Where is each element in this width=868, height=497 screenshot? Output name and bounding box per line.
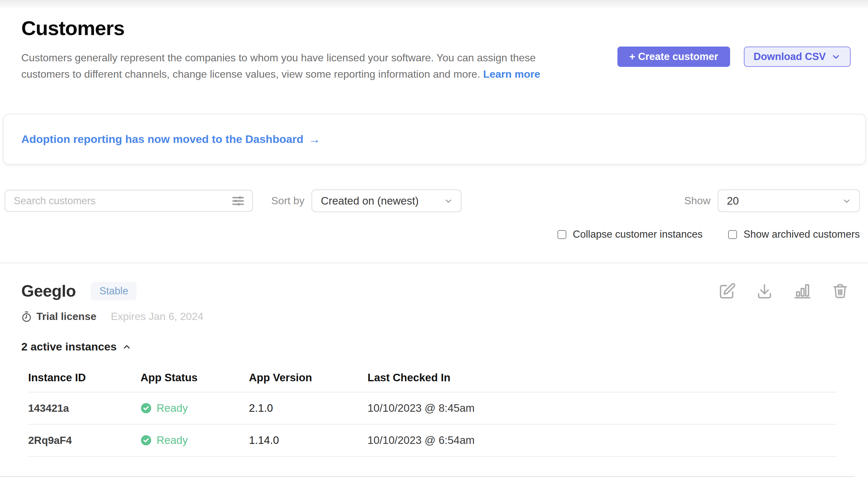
instances-toggle[interactable]: 2 active instances [21, 340, 868, 353]
instance-id-cell: 2Rq9aF4 [28, 435, 141, 446]
header-actions: + Create customer Download CSV [617, 46, 851, 67]
show-label: Show [684, 195, 710, 207]
chevron-down-icon [444, 196, 453, 205]
show-archived-checkbox[interactable] [728, 230, 737, 239]
instances-table: Instance ID App Status App Version Last … [28, 371, 837, 457]
col-header-last-checked-in: Last Checked In [368, 371, 837, 384]
stopwatch-icon [21, 311, 32, 322]
table-row[interactable]: 2Rq9aF4 Ready 1.14.0 10/10/2023 @ 6:54am [28, 425, 837, 457]
bottom-divider [0, 476, 854, 477]
bar-chart-icon[interactable] [793, 282, 812, 300]
banner-text: Adoption reporting has now moved to the … [21, 133, 303, 145]
customer-actions [718, 282, 849, 300]
instances-toggle-label: 2 active instances [21, 340, 117, 353]
instances-table-header: Instance ID App Status App Version Last … [28, 371, 837, 393]
col-header-app-status: App Status [141, 371, 249, 384]
collapse-instances-label: Collapse customer instances [573, 228, 703, 240]
show-count-select[interactable]: 20 [718, 189, 860, 212]
sort-by-select[interactable]: Created on (newest) [311, 189, 461, 212]
search-box [4, 190, 253, 212]
last-checked-in-cell: 10/10/2023 @ 6:54am [368, 434, 837, 446]
col-header-app-version: App Version [249, 371, 368, 384]
show-count-value: 20 [727, 195, 739, 207]
app-version-cell: 2.1.0 [249, 402, 368, 414]
app-status-label: Ready [157, 402, 188, 414]
instance-id-cell: 143421a [28, 402, 141, 414]
download-csv-button[interactable]: Download CSV [744, 46, 851, 67]
chevron-up-icon [122, 342, 132, 352]
page-title: Customers [21, 16, 545, 40]
section-divider [0, 262, 868, 263]
app-status-cell: Ready [141, 434, 249, 446]
check-circle-icon [141, 435, 152, 446]
last-checked-in-cell: 10/10/2023 @ 8:45am [368, 402, 837, 414]
table-row[interactable]: 143421a Ready 2.1.0 10/10/2023 @ 8:45am [28, 393, 837, 425]
learn-more-link[interactable]: Learn more [483, 68, 540, 80]
collapse-instances-checkbox[interactable] [558, 230, 566, 239]
collapse-instances-option[interactable]: Collapse customer instances [558, 228, 703, 240]
chevron-down-icon [831, 52, 841, 62]
show-archived-option[interactable]: Show archived customers [728, 228, 860, 240]
customer-header: Geeglo Stable [21, 282, 868, 301]
customer-name[interactable]: Geeglo [21, 282, 76, 301]
page-header: Customers Customers generally represent … [0, 0, 868, 82]
app-status-label: Ready [157, 434, 188, 446]
license-expiry: Expires Jan 6, 2024 [111, 311, 203, 323]
adoption-reporting-banner[interactable]: Adoption reporting has now moved to the … [3, 114, 866, 165]
header-text-block: Customers Customers generally represent … [21, 16, 545, 82]
filter-sliders-icon[interactable] [231, 194, 246, 208]
arrow-right-icon: → [309, 132, 320, 146]
edit-icon[interactable] [718, 282, 736, 300]
filter-toolbar: Sort by Created on (newest) Show 20 [4, 189, 860, 212]
show-archived-label: Show archived customers [744, 228, 860, 240]
license-type: Trial license [36, 311, 96, 323]
customer-card: Geeglo Stable Trial license Expires Jan … [0, 282, 868, 457]
page-description: Customers generally represent the compan… [21, 49, 545, 82]
search-input[interactable] [14, 195, 231, 207]
app-version-cell: 1.14.0 [249, 434, 368, 446]
sort-by-label: Sort by [271, 195, 304, 207]
license-row: Trial license Expires Jan 6, 2024 [21, 311, 868, 323]
sort-by-value: Created on (newest) [321, 195, 418, 207]
check-circle-icon [141, 402, 152, 414]
create-customer-button[interactable]: + Create customer [617, 46, 730, 67]
channel-badge: Stable [91, 282, 136, 300]
app-status-cell: Ready [141, 402, 249, 414]
download-icon[interactable] [756, 282, 773, 300]
view-options-row: Collapse customer instances Show archive… [0, 228, 860, 240]
chevron-down-icon [842, 196, 851, 205]
trash-icon[interactable] [832, 282, 849, 300]
col-header-instance-id: Instance ID [28, 371, 141, 384]
page-description-text: Customers generally represent the compan… [21, 52, 536, 80]
download-csv-label: Download CSV [754, 51, 826, 62]
